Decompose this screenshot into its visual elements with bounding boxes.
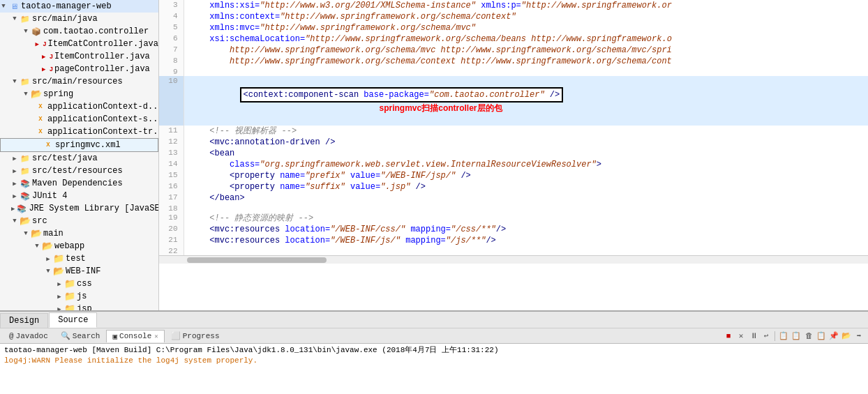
horizontal-scrollbar[interactable] [159,255,868,264]
tree-label: main [43,229,63,238]
tree-item-css[interactable]: ▶ 📁 css [0,278,158,290]
tree-item-src[interactable]: ▼ 📂 src [0,215,158,227]
tree-item-webapp[interactable]: ▼ 📂 webapp [0,240,158,252]
expand-icon[interactable]: ▼ [45,268,52,275]
line-content[interactable]: <bean [184,148,868,159]
console-tabs: @ Javadoc 🔍 Search ▣ Console ✕ ⬜ Progres… [0,328,868,344]
tree-item-src-test-res[interactable]: ▶ 📁 src/test/resources [0,165,158,177]
expand-icon[interactable]: ▶ [45,255,52,263]
progress-icon: ⬜ [171,331,181,340]
xml-icon: X [35,101,46,112]
tree-item-pkg[interactable]: ▼ 📦 com.taotao.controller [0,25,158,38]
line-content[interactable] [184,204,868,213]
close-button[interactable]: ✕ [735,331,747,342]
line-content[interactable]: http://www.springframework.org/schema/mv… [184,45,868,56]
srcfolder-icon: 📁 [20,76,31,87]
expand-icon[interactable]: ▶ [11,155,18,162]
javadoc-label: Javadoc [16,332,48,340]
line-content[interactable]: <context:component-scan base-package="co… [184,76,868,126]
tree-item-jre[interactable]: ▶ 📚 JRE System Library [JavaSE-... [0,202,158,215]
console-content: taotao-manager-web [Maven Build] C:\Prog… [0,344,868,394]
tree-item-webinf[interactable]: ▼ 📂 WEB-INF [0,265,158,278]
expand-icon[interactable]: ▶ [11,167,18,175]
line-content[interactable]: xmlns:xsi="http://www.w3.org/2001/XMLSch… [184,0,868,11]
tree-item-appctx-tr[interactable]: X applicationContext-tr... [0,126,158,138]
expand-icon[interactable]: ▼ [33,243,40,250]
line-content[interactable]: class="org.springframework.web.servlet.v… [184,159,868,170]
code-line: 3 xmlns:xsi="http://www.w3.org/2001/XMLS… [159,0,868,11]
tree-item-appctx-d[interactable]: X applicationContext-d... [0,100,158,113]
tree-item-pagecontroller[interactable]: ▶ J pageController.java [0,63,158,75]
expand-icon[interactable]: ▶ [56,280,63,288]
filter-button[interactable]: 📋 [816,331,827,342]
tree-item-itemcatcontroller[interactable]: ▶ J ItemCatController.java [0,38,158,50]
line-content[interactable]: <mvc:annotation-driven /> [184,137,868,148]
expand-icon[interactable]: ▶ [11,180,18,188]
copy-button[interactable]: 📋 [778,331,789,342]
line-content[interactable]: <mvc:resources location="/WEB-INF/css/" … [184,224,868,235]
design-tab[interactable]: Design [0,313,48,328]
tree-item-itemcontroller[interactable]: ▶ J ItemController.java [0,50,158,63]
expand-icon[interactable]: ▼ [22,28,29,35]
line-number: 22 [159,246,184,255]
scrollbar-thumb[interactable] [187,257,327,263]
line-content[interactable]: xmlns:mvc="http://www.springframework.or… [184,22,868,33]
expand-icon[interactable]: ▼ [0,3,7,10]
line-content[interactable]: <mvc:resources location="/WEB-INF/js/" m… [184,235,868,246]
console-tab[interactable]: ▣ Console ✕ [106,330,164,342]
tree-item-junit[interactable]: ▶ 📚 JUnit 4 [0,190,158,202]
tree-item-main[interactable]: ▼ 📂 main [0,227,158,240]
code-line: 16 <property name="suffix" value=".jsp" … [159,181,868,192]
tree-item-src-test-java[interactable]: ▶ 📁 src/test/java [0,152,158,165]
folder-icon: 📁 [64,291,75,302]
tree-item-js[interactable]: ▶ 📁 js [0,290,158,303]
expand-icon[interactable]: ▼ [22,230,29,237]
tree-item-src-main-java[interactable]: ▼ 📁 src/main/java [0,13,158,25]
expand-icon[interactable]: ▶ [11,192,18,200]
tree-label: JUnit 4 [32,191,67,201]
search-tab[interactable]: 🔍 Search [54,329,107,342]
tree-item-spring[interactable]: ▼ 📂 spring [0,88,158,100]
line-content[interactable]: xsi:schemaLocation="http://www.springfra… [184,33,868,45]
tree-label: ItemCatController.java [48,39,158,49]
tree-item-appctx-s[interactable]: X applicationContext-s... [0,113,158,126]
line-content[interactable]: <property name="prefix" value="/WEB-INF/… [184,170,868,181]
line-content[interactable]: xmlns:context="http://www.springframewor… [184,11,868,22]
clear-button[interactable]: 🗑 [803,331,814,342]
tree-item-jsp[interactable]: ▶ 📁 jsp [0,303,158,310]
line-content[interactable]: <!-- 视图解析器 --> [184,126,868,137]
tree-label: css [77,279,92,289]
next-button[interactable]: ➡ [853,331,865,342]
line-content[interactable]: http://www.springframework.org/schema/co… [184,56,868,67]
tree-item-test-folder[interactable]: ▶ 📁 test [0,252,158,265]
tree-item-maven-deps[interactable]: ▶ 📚 Maven Dependencies [0,177,158,190]
javadoc-tab[interactable]: @ Javadoc [3,330,54,342]
pause-button[interactable]: ⏸ [748,331,759,342]
expand-icon[interactable]: ▼ [11,15,18,22]
expand-icon[interactable]: ▼ [11,218,18,225]
pin-button[interactable]: 📌 [828,331,839,342]
source-tab[interactable]: Source [49,312,97,328]
tree-item-src-main-res[interactable]: ▼ 📁 src/main/resources [0,75,158,88]
expand-icon[interactable]: ▶ [56,305,63,311]
expand-icon[interactable]: ▶ [56,293,63,301]
project-icon: 🖥 [8,1,20,12]
tree-item-project[interactable]: ▼ 🖥 taotao-manager-web [0,0,158,13]
paste-button[interactable]: 📋 [791,331,802,342]
highlight-box: <context:component-scan base-package="co… [240,87,564,103]
line-content[interactable]: <property name="suffix" value=".jsp" /> [184,181,868,192]
line-content[interactable] [184,246,868,255]
expand-icon[interactable]: ▼ [11,78,18,85]
scroll-end-button[interactable]: ↩ [761,331,772,342]
line-content[interactable]: <!-- 静态资源的映射 --> [184,213,868,224]
stop-button[interactable]: ■ [723,331,734,342]
line-number: 17 [159,192,184,204]
expand-icon[interactable]: ▶ [11,205,15,213]
progress-tab[interactable]: ⬜ Progress [165,329,226,342]
line-content[interactable] [184,67,868,76]
expand-icon[interactable]: ▼ [22,91,29,98]
console-toolbar: ■ ✕ ⏸ ↩ 📋 📋 🗑 📋 📌 📂 ➡ [722,331,868,342]
open-button[interactable]: 📂 [841,331,852,342]
line-content[interactable]: </bean> [184,192,868,204]
tree-item-springmvc-xml[interactable]: X springmvc.xml [0,138,158,152]
